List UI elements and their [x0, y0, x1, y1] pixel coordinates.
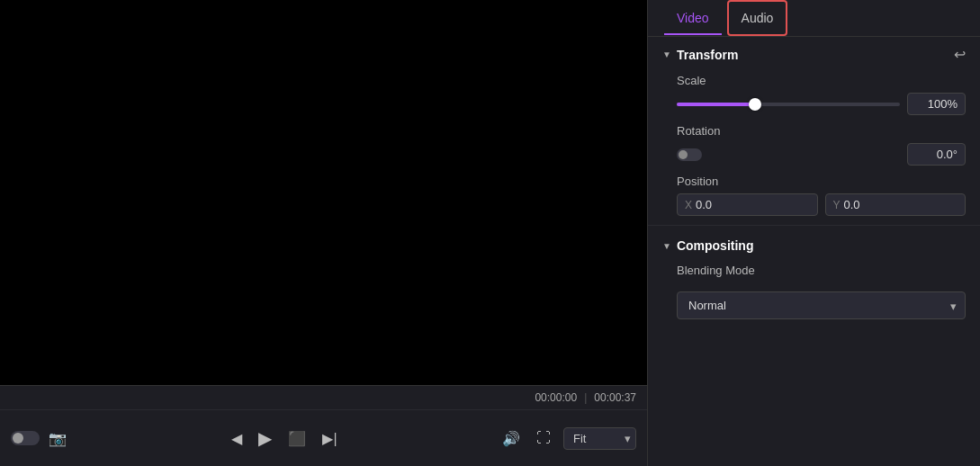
scale-value-input[interactable]: 100%: [907, 93, 966, 115]
volume-button[interactable]: 🔊: [499, 426, 524, 451]
scale-control-row: 100%: [677, 93, 966, 115]
left-panel: 00:00:00 | 00:00:37 📷 ◀ ▶ ⬛ ▶| 🔊 ⛶: [0, 0, 648, 466]
transform-chevron-icon[interactable]: ▼: [662, 49, 671, 59]
video-preview: [0, 0, 647, 385]
time-separator: |: [584, 391, 587, 404]
compositing-section-header: ▼ Compositing: [648, 229, 980, 260]
blend-dropdown-section: Normal Multiply Screen Overlay Darken Li…: [648, 288, 980, 330]
controls-left: 📷: [11, 426, 70, 451]
position-inputs: X 0.0 Y 0.0: [677, 193, 966, 216]
compositing-title-row: ▼ Compositing: [662, 238, 753, 253]
position-y-label: Y: [833, 199, 841, 211]
video-controls-bar: 00:00:00 | 00:00:37 📷 ◀ ▶ ⬛ ▶| 🔊 ⛶: [0, 385, 647, 466]
rotation-control-row: 0.0°: [677, 143, 966, 166]
time-bar: 00:00:00 | 00:00:37: [0, 386, 647, 410]
controls-right: 🔊 ⛶ Fit Fill 1:1 Custom: [499, 426, 636, 451]
compositing-chevron-icon[interactable]: ▼: [662, 241, 671, 251]
playback-controls: ◀ ▶ ⬛ ▶|: [228, 424, 340, 453]
rotation-label: Rotation: [677, 124, 966, 138]
transform-reset-button[interactable]: ↩: [954, 46, 966, 63]
rotation-row: Rotation 0.0°: [648, 121, 980, 171]
scale-label: Scale: [677, 74, 966, 87]
transform-title-row: ▼ Transform: [662, 48, 738, 62]
rotation-toggle[interactable]: [677, 148, 702, 161]
rewind-button[interactable]: ◀: [228, 426, 246, 451]
scale-row: Scale 100%: [648, 70, 980, 121]
tab-video[interactable]: Video: [662, 0, 724, 36]
right-panel: Video Audio ▼ Transform ↩ Scale 100% Rot…: [648, 0, 980, 466]
blending-mode-row: Blending Mode: [648, 260, 980, 288]
fit-wrapper: Fit Fill 1:1 Custom: [563, 427, 636, 450]
position-label: Position: [677, 175, 966, 188]
position-y-value: 0.0: [844, 198, 860, 211]
tabs-bar: Video Audio: [648, 0, 980, 37]
position-row: Position X 0.0 Y 0.0: [648, 171, 980, 221]
position-x-wrap[interactable]: X 0.0: [677, 193, 818, 216]
compositing-title: Compositing: [677, 238, 754, 253]
current-time: 00:00:00: [535, 391, 577, 404]
transform-section-header: ▼ Transform ↩: [648, 37, 980, 70]
camera-button[interactable]: 📷: [45, 426, 70, 451]
rotation-toggle-dot: [679, 150, 688, 159]
blending-mode-label: Blending Mode: [677, 264, 966, 277]
stop-button[interactable]: ⬛: [284, 426, 310, 451]
scale-slider-fill: [677, 103, 755, 106]
forward-button[interactable]: ▶|: [319, 426, 340, 451]
position-y-wrap[interactable]: Y 0.0: [825, 193, 967, 216]
section-divider: [648, 225, 980, 226]
blend-select-wrap: Normal Multiply Screen Overlay Darken Li…: [677, 291, 966, 319]
total-time: 00:00:37: [594, 391, 636, 404]
play-button[interactable]: ▶: [255, 424, 275, 453]
controls-row: 📷 ◀ ▶ ⬛ ▶| 🔊 ⛶ Fit Fill 1:1 Custom: [0, 410, 647, 466]
fit-dropdown[interactable]: Fit Fill 1:1 Custom: [563, 427, 636, 450]
pill-indicator: [11, 431, 40, 445]
transform-title: Transform: [677, 48, 738, 62]
position-x-value: 0.0: [696, 198, 712, 211]
blend-mode-select[interactable]: Normal Multiply Screen Overlay Darken Li…: [677, 291, 966, 319]
pill-dot: [13, 433, 23, 444]
tab-audio[interactable]: Audio: [727, 0, 788, 36]
position-x-label: X: [685, 199, 692, 211]
rotation-value-input[interactable]: 0.0°: [907, 143, 966, 166]
fullscreen-button[interactable]: ⛶: [533, 426, 554, 450]
scale-slider-thumb[interactable]: [749, 98, 761, 111]
scale-slider-track[interactable]: [677, 103, 900, 106]
